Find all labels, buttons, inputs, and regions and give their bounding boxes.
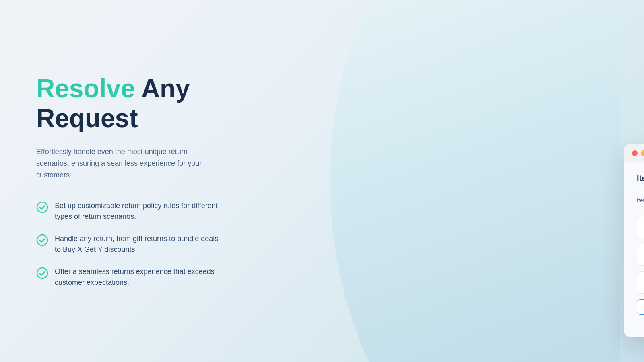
rules-header-text: Items that meet the following rules will… [637, 197, 644, 204]
right-section: Items Items that meet the following rule… [258, 0, 644, 362]
svg-point-1 [37, 235, 47, 245]
check-icon-1 [36, 201, 48, 213]
minimize-dot [641, 150, 644, 156]
bullet-item-2: Handle any return, from gift returns to … [36, 233, 225, 255]
headline-resolve: Resolve [36, 74, 135, 103]
bullet-list: Set up customizable return policy rules … [36, 200, 225, 288]
check-icon-3 [36, 267, 48, 279]
svg-point-0 [37, 202, 47, 212]
bullet-text-3: Offer a seamless returns experience that… [55, 266, 224, 288]
close-dot [632, 150, 638, 156]
rules-header: Items that meet the following rules will… [637, 194, 644, 206]
condition-row-1: Items that their return reason is Produc… [637, 216, 644, 238]
condition-row-2: and were exchanged less than [637, 244, 644, 266]
browser-content: Items Items that meet the following rule… [624, 162, 644, 326]
bullet-item-3: Offer a seamless returns experience that… [36, 266, 225, 288]
subtitle: Effortlessly handle even the most unique… [36, 146, 221, 181]
condition-row-3: and their paid price was greater than [637, 272, 644, 294]
bg-blob [258, 0, 620, 362]
browser-titlebar [624, 144, 644, 162]
check-icon-2 [36, 234, 48, 246]
headline: Resolve AnyRequest [36, 74, 225, 133]
svg-point-2 [37, 268, 47, 278]
bullet-item-1: Set up customizable return policy rules … [36, 200, 225, 222]
bullet-text-2: Handle any return, from gift returns to … [55, 233, 224, 255]
browser-window: Items Items that meet the following rule… [624, 144, 644, 337]
left-section: Resolve AnyRequest Effortlessly handle e… [0, 42, 258, 320]
add-condition-button[interactable]: ADD NEW CONDITION [637, 299, 644, 315]
panel-title: Items [637, 174, 644, 183]
bullet-text-1: Set up customizable return policy rules … [55, 200, 224, 222]
